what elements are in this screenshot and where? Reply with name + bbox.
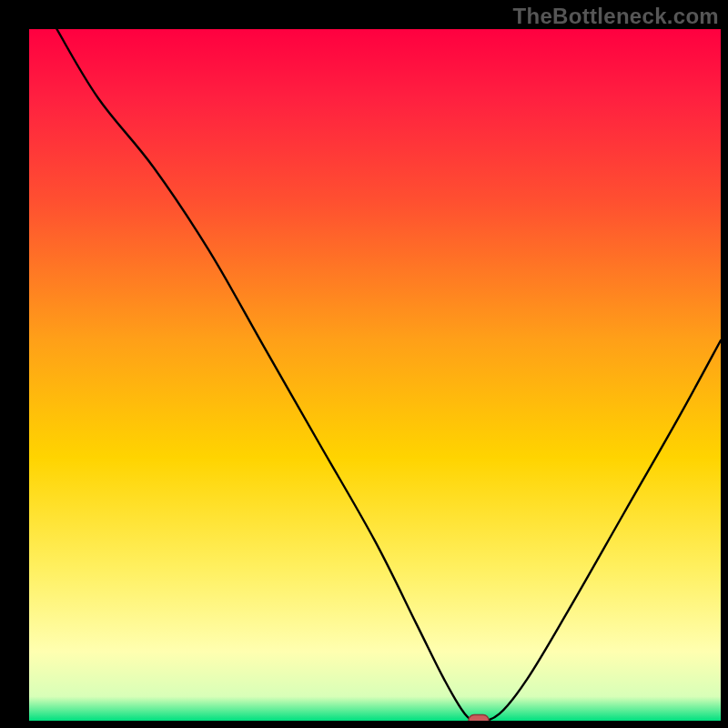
chart-canvas — [0, 0, 728, 728]
gradient-background — [29, 29, 721, 721]
chart-frame: TheBottleneck.com — [0, 0, 728, 728]
optimum-marker — [469, 715, 489, 727]
